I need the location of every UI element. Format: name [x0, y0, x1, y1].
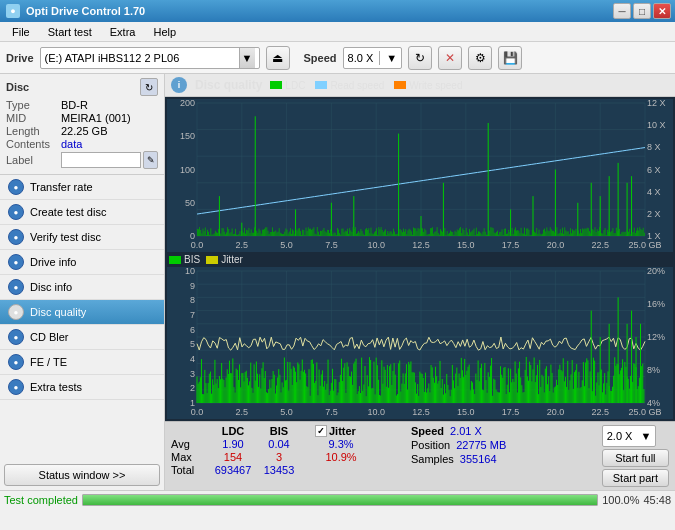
bis-avg: 0.04 [259, 438, 299, 450]
jitter-avg: 9.3% [315, 438, 367, 450]
close-button[interactable]: ✕ [653, 3, 671, 19]
sidebar-item-cd-bler[interactable]: ● CD Bler [0, 325, 164, 350]
read-speed-legend-box [315, 81, 327, 89]
sidebar-item-disc-quality[interactable]: ● Disc quality [0, 300, 164, 325]
sidebar-item-transfer-rate[interactable]: ● Transfer rate [0, 175, 164, 200]
stats-headers-row: LDC BIS ✓ Jitter [171, 425, 391, 437]
sidebar-item-extra-tests[interactable]: ● Extra tests [0, 375, 164, 400]
test-speed-arrow[interactable]: ▼ [640, 430, 651, 442]
minimize-button[interactable]: ─ [613, 3, 631, 19]
menu-help[interactable]: Help [145, 24, 184, 40]
drive-label: Drive [6, 52, 34, 64]
drive-select[interactable]: (E:) ATAPI iHBS112 2 PL06 ▼ [40, 47, 260, 69]
sidebar-item-disc-info[interactable]: ● Disc info [0, 275, 164, 300]
app-title: Opti Drive Control 1.70 [26, 5, 145, 17]
disc-mid-value: MEIRA1 (001) [61, 112, 131, 124]
legend: LDC Read speed Write speed [270, 80, 462, 91]
extra-tests-icon: ● [8, 379, 24, 395]
progress-section: Test completed 100.0% 45:48 [0, 490, 675, 508]
ldc-legend-box [270, 81, 282, 89]
disc-mid-label: MID [6, 112, 61, 124]
speed-header: Speed [411, 425, 444, 437]
status-window-button[interactable]: Status window >> [4, 464, 160, 486]
sidebar: Disc ↻ Type BD-R MID MEIRA1 (001) Length… [0, 74, 165, 490]
main-container: Disc ↻ Type BD-R MID MEIRA1 (001) Length… [0, 74, 675, 490]
disc-contents-label: Contents [6, 138, 61, 150]
delete-btn[interactable]: ✕ [438, 46, 462, 70]
disc-quality-icon: ● [8, 304, 24, 320]
speed-row: Speed 2.01 X [411, 425, 506, 437]
disc-title: Disc [6, 81, 29, 93]
disc-label-edit-btn[interactable]: ✎ [143, 151, 158, 169]
position-label: Position [411, 439, 450, 451]
settings-btn[interactable]: ⚙ [468, 46, 492, 70]
save-btn[interactable]: 💾 [498, 46, 522, 70]
menu-bar: File Start test Extra Help [0, 22, 675, 42]
sidebar-item-fe-te[interactable]: ● FE / TE [0, 350, 164, 375]
speed-dropdown-arrow[interactable]: ▼ [386, 52, 397, 64]
speed-avg-value: 2.01 X [450, 425, 482, 437]
jitter-label: Jitter [329, 425, 356, 437]
samples-label: Samples [411, 453, 454, 465]
total-label: Total [171, 464, 207, 476]
bis-max: 3 [259, 451, 299, 463]
disc-type-value: BD-R [61, 99, 88, 111]
bis-legend-box [169, 256, 181, 264]
sidebar-item-create-test-disc[interactable]: ● Create test disc [0, 200, 164, 225]
transfer-rate-label: Transfer rate [30, 181, 93, 193]
avg-label: Avg [171, 438, 207, 450]
speed-select[interactable]: 8.0 X ▼ [343, 47, 403, 69]
read-speed-legend-label: Read speed [330, 80, 384, 91]
progress-text: 100.0% [602, 494, 639, 506]
speed-label: Speed [304, 52, 337, 64]
extra-tests-label: Extra tests [30, 381, 82, 393]
avg-row: Avg 1.90 0.04 9.3% [171, 438, 391, 450]
chart2 [167, 267, 673, 419]
fe-te-label: FE / TE [30, 356, 67, 368]
disc-label-input[interactable] [61, 152, 141, 168]
jitter-header: ✓ Jitter [315, 425, 367, 437]
disc-length-value: 22.25 GB [61, 125, 107, 137]
disc-label-label: Label [6, 154, 61, 166]
cd-bler-label: CD Bler [30, 331, 69, 343]
start-part-button[interactable]: Start part [602, 469, 669, 487]
stats-table: LDC BIS ✓ Jitter Avg 1.90 0.04 [171, 425, 391, 476]
refresh-btn[interactable]: ↻ [408, 46, 432, 70]
chart1-container [167, 99, 673, 252]
write-speed-legend-box [394, 81, 406, 89]
cd-bler-icon: ● [8, 329, 24, 345]
sidebar-item-drive-info[interactable]: ● Drive info [0, 250, 164, 275]
title-bar: ● Opti Drive Control 1.70 ─ □ ✕ [0, 0, 675, 22]
max-label: Max [171, 451, 207, 463]
maximize-button[interactable]: □ [633, 3, 651, 19]
drive-eject-btn[interactable]: ⏏ [266, 46, 290, 70]
write-speed-legend-label: Write speed [409, 80, 462, 91]
verify-test-disc-icon: ● [8, 229, 24, 245]
jitter-max: 10.9% [315, 451, 367, 463]
test-completed-label: Test completed [4, 494, 78, 506]
jitter-legend-label: Jitter [221, 254, 243, 265]
samples-row: Samples 355164 [411, 453, 506, 465]
app-icon: ● [6, 4, 20, 18]
jitter-checkbox[interactable]: ✓ [315, 425, 327, 437]
sidebar-item-verify-test-disc[interactable]: ● Verify test disc [0, 225, 164, 250]
progress-fill [83, 495, 597, 505]
test-speed-select[interactable]: 2.0 X ▼ [602, 425, 657, 447]
menu-start-test[interactable]: Start test [40, 24, 100, 40]
stats-bar: LDC BIS ✓ Jitter Avg 1.90 0.04 [165, 421, 675, 490]
ldc-max: 154 [207, 451, 259, 463]
drive-select-value: (E:) ATAPI iHBS112 2 PL06 [45, 52, 235, 64]
transfer-rate-icon: ● [8, 179, 24, 195]
disc-type-label: Type [6, 99, 61, 111]
menu-extra[interactable]: Extra [102, 24, 144, 40]
disc-contents-value: data [61, 138, 82, 150]
drive-dropdown-btn[interactable]: ▼ [239, 48, 255, 68]
start-full-button[interactable]: Start full [602, 449, 669, 467]
ldc-legend-label: LDC [285, 80, 305, 91]
max-row: Max 154 3 10.9% [171, 451, 391, 463]
chart2-container [167, 267, 673, 419]
disc-refresh-btn[interactable]: ↻ [140, 78, 158, 96]
menu-file[interactable]: File [4, 24, 38, 40]
elapsed-time: 45:48 [643, 494, 671, 506]
speed-select-row: 2.0 X ▼ [602, 425, 669, 447]
